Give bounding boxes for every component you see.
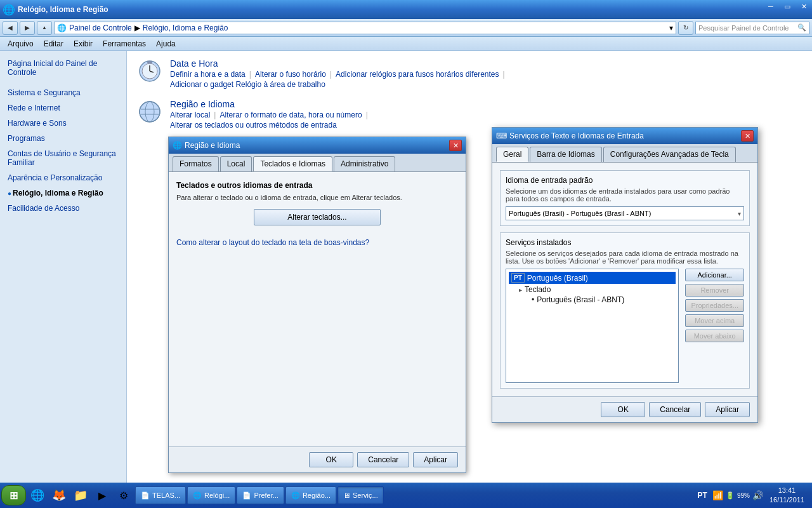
dialog-servicos-close[interactable]: ✕: [741, 130, 754, 142]
sidebar-item-relogio[interactable]: ● Relógio, Idioma e Região: [0, 185, 126, 201]
link-definir-hora[interactable]: Definir a hora e a data: [170, 70, 246, 79]
panel-links-row-regiao: Alterar local | Alterar o formato de dat…: [170, 110, 802, 119]
sidebar-item-pagina-inicial[interactable]: Página Inicial do Painel de Controle: [0, 56, 126, 80]
menu-arquivo[interactable]: Arquivo: [3, 38, 39, 50]
tray-lang[interactable]: PT: [695, 490, 710, 501]
tab-local[interactable]: Local: [220, 156, 252, 171]
sidebar-item-sistema[interactable]: Sistema e Segurança: [0, 85, 126, 100]
address-globe-icon: 🌐: [57, 23, 67, 32]
up-button[interactable]: ▲: [37, 21, 52, 35]
taskbar-btn-servicos[interactable]: 🖥 Serviç...: [337, 486, 384, 504]
language-label-pt: Português (Brasil): [527, 274, 588, 283]
services-box: PT Português (Brasil) ▸ Teclado •: [506, 269, 679, 383]
tray-battery-icon[interactable]: 🔋: [726, 491, 735, 500]
maximize-button[interactable]: ▭: [779, 0, 796, 13]
address-input[interactable]: 🌐 Painel de Controle ▶ Relógio, Idioma e…: [54, 22, 676, 34]
panel-title-data-hora[interactable]: Data e Hora: [170, 58, 802, 69]
link-alterar-formato[interactable]: Alterar o formato de data, hora ou númer…: [219, 110, 362, 119]
tab-barra-idiomas[interactable]: Barra de Idiomas: [530, 147, 601, 162]
minimize-button[interactable]: ─: [763, 0, 779, 13]
refresh-button[interactable]: ↻: [678, 21, 693, 35]
menu-ajuda[interactable]: Ajuda: [151, 38, 181, 50]
service-tree: ▸ Teclado • Português (Brasil - ABNT): [509, 284, 676, 304]
forward-button[interactable]: ▶: [20, 21, 35, 35]
sidebar-item-programas[interactable]: Programas: [0, 131, 126, 146]
sidebar-item-aparencia[interactable]: Aparência e Personalização: [0, 170, 126, 185]
close-button[interactable]: ✕: [796, 0, 812, 13]
dialog-regiao-title-text: 🌐 Região e Idioma: [173, 141, 240, 150]
bullet-pt-abnt: •: [532, 295, 534, 304]
tab-geral[interactable]: Geral: [496, 147, 528, 162]
breadcrumb-current: Relógio, Idioma e Região: [143, 23, 228, 32]
sidebar-item-rede[interactable]: Rede e Internet: [0, 100, 126, 116]
dropdown-arrow[interactable]: ▾: [669, 23, 673, 32]
tray-network-icon[interactable]: 📶: [712, 490, 723, 500]
dialog-servicos-cancelar[interactable]: Cancelar: [649, 402, 701, 417]
tab-administrativo[interactable]: Administrativo: [334, 156, 395, 171]
tab-formatos[interactable]: Formatos: [173, 156, 219, 171]
taskbar-folder-icon[interactable]: 📁: [70, 485, 91, 505]
taskbar-ie-icon[interactable]: 🌐: [27, 485, 48, 505]
tree-children: • Português (Brasil - ABNT): [519, 295, 676, 304]
teclados-heading: Teclados e outros idiomas de entrada: [176, 181, 458, 190]
menu-editar[interactable]: Editar: [39, 38, 69, 50]
tab-config-avancadas[interactable]: Configurações Avançadas de Tecla: [603, 147, 736, 162]
language-item-pt[interactable]: PT Português (Brasil): [509, 272, 676, 284]
mover-acima-button[interactable]: Mover acima: [685, 314, 744, 327]
adicionar-button[interactable]: Adicionar...: [685, 269, 744, 281]
taskbar-btn-relogio[interactable]: 🌐 Relógi...: [187, 486, 235, 504]
taskbar-btn-relogio-icon: 🌐: [193, 491, 202, 500]
breadcrumb-panel: Painel de Controle: [69, 23, 132, 32]
dropdown-arrow-icon: ▾: [738, 210, 741, 217]
window-globe-icon: 🌐: [3, 4, 15, 16]
dialog-regiao-ok[interactable]: OK: [309, 452, 353, 467]
tray-volume-icon[interactable]: 🔊: [752, 490, 763, 500]
default-input-label: Idioma de entrada padrão: [506, 176, 744, 185]
link-alterar-local[interactable]: Alterar local: [170, 110, 210, 119]
language-dropdown[interactable]: Português (Brasil) - Português (Brasil -…: [506, 206, 744, 220]
link-adicionar-gadget[interactable]: Adicionar o gadget Relógio à área de tra…: [170, 80, 802, 89]
back-button[interactable]: ◀: [3, 21, 18, 35]
alterar-teclados-button[interactable]: Alterar teclados...: [254, 209, 381, 225]
menu-ferramentas[interactable]: Ferramentas: [98, 38, 151, 50]
sidebar-item-facilidade[interactable]: Facilidade de Acesso: [0, 201, 126, 216]
taskbar-btn-telas-icon: 📄: [141, 491, 150, 500]
link-adicionar-relogios[interactable]: Adicionar relógios para fusos horários d…: [336, 70, 499, 79]
taskbar-btn-regiao[interactable]: 🌐 Região...: [285, 486, 336, 504]
title-bar: 🌐 Relógio, Idioma e Região ─ ▭ ✕: [0, 0, 812, 19]
teclado-label: Teclado: [525, 285, 551, 294]
dialog-servicos-footer: OK Cancelar Aplicar: [492, 396, 757, 422]
dialog-regiao-close[interactable]: ✕: [449, 140, 462, 151]
search-icon[interactable]: 🔍: [797, 23, 806, 32]
taskbar-btn-prefer[interactable]: 📄 Prefer...: [237, 486, 284, 504]
pt-abnt-label: Português (Brasil - ABNT): [537, 295, 624, 304]
como-alterar-layout-link[interactable]: Como alterar o layout do teclado na tela…: [176, 238, 458, 247]
clock-time: 13:41: [769, 486, 804, 495]
menu-exibir[interactable]: Exibir: [69, 38, 98, 50]
taskbar-app1-icon[interactable]: ⚙: [114, 485, 134, 505]
taskbar-firefox-icon[interactable]: 🦊: [49, 485, 69, 505]
search-box[interactable]: Pesquisar Painel de Controle 🔍: [695, 22, 809, 34]
remover-button[interactable]: Remover: [685, 284, 744, 297]
taskbar-btn-telas[interactable]: 📄 TELAS...: [135, 486, 186, 504]
sidebar-item-hardware[interactable]: Hardware e Sons: [0, 116, 126, 131]
dialog-servicos-aplicar[interactable]: Aplicar: [705, 402, 750, 417]
dialog-servicos-ok[interactable]: OK: [601, 402, 645, 417]
clock[interactable]: 13:41 16/11/2011: [766, 485, 808, 507]
panel-title-regiao[interactable]: Região e Idioma: [170, 99, 802, 109]
sidebar-item-contas[interactable]: Contas de Usuário e Segurança Familiar: [0, 146, 126, 170]
link-alterar-fuso[interactable]: Alterar o fuso horário: [255, 70, 326, 79]
dialog-regiao-aplicar[interactable]: Aplicar: [413, 452, 458, 467]
bullet-icon: ●: [8, 190, 11, 197]
tab-teclados-idiomas[interactable]: Teclados e Idiomas: [253, 156, 332, 171]
start-button[interactable]: ⊞: [1, 485, 26, 505]
taskbar-media-icon[interactable]: ▶: [92, 485, 112, 505]
dialog-regiao-cancelar[interactable]: Cancelar: [357, 452, 409, 467]
default-input-desc: Selecione um dos idiomas de entrada inst…: [506, 187, 744, 203]
taskbar-btn-regiao-icon: 🌐: [291, 491, 300, 500]
propriedades-button[interactable]: Propriedades...: [685, 299, 744, 312]
mover-abaixo-button[interactable]: Mover abaixo: [685, 330, 744, 342]
dialog-servicos: ⌨ Serviços de Texto e Idiomas de Entrada…: [492, 127, 758, 423]
panel-links-row-data-hora: Definir a hora e a data | Alterar o fuso…: [170, 70, 802, 79]
side-buttons: Adicionar... Remover Propriedades... Mov…: [681, 269, 744, 383]
